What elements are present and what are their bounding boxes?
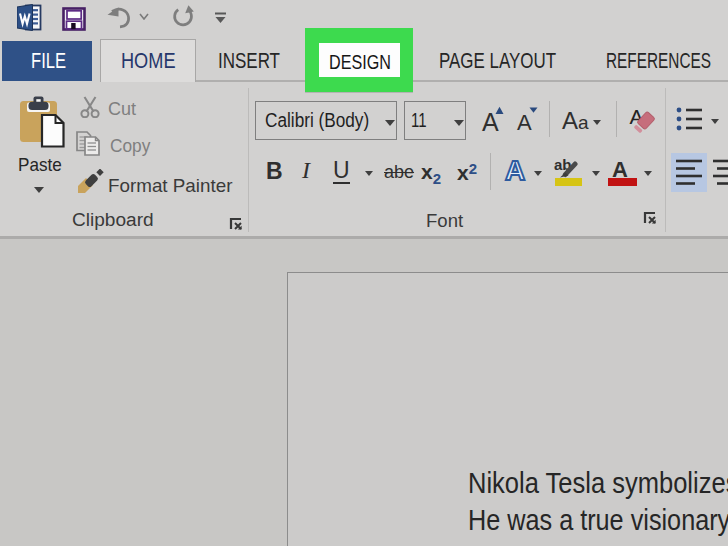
svg-text:A: A — [505, 155, 525, 183]
